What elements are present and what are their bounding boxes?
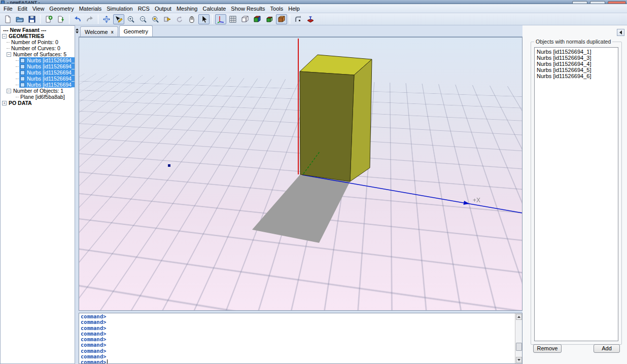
toolbar-separator bbox=[290, 15, 290, 24]
pan-tool-icon[interactable] bbox=[186, 14, 197, 24]
new-file-icon[interactable] bbox=[2, 14, 13, 24]
previous-view-icon[interactable] bbox=[162, 14, 173, 24]
title-bar: - newFASANT - bbox=[0, 0, 627, 4]
antenna-tool-icon[interactable] bbox=[305, 14, 316, 24]
import-file-icon[interactable] bbox=[43, 14, 54, 24]
console-prompt[interactable]: command> bbox=[81, 325, 514, 331]
console-prompt[interactable]: command> bbox=[81, 348, 514, 354]
tab-welcome[interactable]: Welcome x bbox=[80, 26, 118, 37]
tree-node-surfaces[interactable]: −Number of Surfaces: 5 bbox=[1, 51, 75, 57]
zoom-in-icon[interactable] bbox=[125, 14, 136, 24]
duplicated-objects-list[interactable]: Nurbs [id11526694_1] Nurbs [id11526694_3… bbox=[534, 47, 618, 341]
console-prompt[interactable]: command> bbox=[81, 337, 514, 342]
console-prompt[interactable]: command> bbox=[81, 319, 514, 325]
tree-node-geometries[interactable]: −GEOMETRIES bbox=[1, 33, 75, 39]
bend-tool-icon[interactable] bbox=[293, 14, 304, 24]
zoom-window-icon[interactable] bbox=[150, 14, 161, 24]
scroll-up-icon[interactable] bbox=[516, 314, 522, 320]
remove-button[interactable]: Remove bbox=[533, 344, 562, 353]
zoom-fit-icon[interactable] bbox=[101, 14, 112, 24]
shadow-plane[interactable] bbox=[252, 174, 350, 243]
tab-geometry-label: Geometry bbox=[124, 28, 148, 34]
tab-welcome-label: Welcome bbox=[85, 29, 108, 35]
tree-node-po-data[interactable]: +PO DATA bbox=[1, 100, 75, 106]
list-item[interactable]: Nurbs [id11526694_1] bbox=[535, 49, 618, 55]
tree-node-nurbs-3[interactable]: Nurbs [id11526694_3] bbox=[1, 63, 75, 69]
tree-root[interactable]: --- New Fasant --- bbox=[1, 27, 75, 33]
menu-output[interactable]: Output bbox=[152, 5, 174, 12]
save-icon[interactable] bbox=[26, 14, 38, 24]
menu-help[interactable]: Help bbox=[286, 5, 302, 12]
console-scrollbar[interactable] bbox=[515, 313, 522, 363]
export-file-icon[interactable] bbox=[55, 14, 66, 24]
list-item[interactable]: Nurbs [id11526694_5] bbox=[535, 67, 618, 73]
geometry-tree-panel: --- New Fasant --- −GEOMETRIES Number of… bbox=[0, 25, 75, 364]
tree-node-nurbs-5[interactable]: Nurbs [id11526694_5] bbox=[1, 76, 75, 82]
menu-meshing[interactable]: Meshing bbox=[174, 5, 200, 12]
menu-materials[interactable]: Materials bbox=[77, 5, 104, 12]
console-prompt[interactable]: command> bbox=[81, 342, 514, 348]
toolbar-separator bbox=[98, 15, 98, 24]
collapse-icon[interactable]: − bbox=[2, 34, 7, 39]
tree-node-nurbs-1[interactable]: Nurbs [id11526694_1] bbox=[1, 57, 75, 63]
rotate-view-icon[interactable] bbox=[174, 14, 185, 24]
tree-node-nurbs-6[interactable]: Nurbs [id11526694_6] bbox=[1, 82, 75, 88]
point-marker[interactable] bbox=[168, 164, 170, 167]
console-prompt[interactable]: command> bbox=[81, 354, 514, 359]
collapse-icon[interactable]: − bbox=[7, 89, 11, 93]
tree-node-nurbs-4[interactable]: Nurbs [id11526694_4] bbox=[1, 69, 75, 76]
tab-close-icon[interactable]: x bbox=[111, 29, 114, 34]
add-button[interactable]: Add bbox=[594, 344, 620, 353]
toolbar-separator bbox=[212, 15, 213, 24]
zoom-out-icon[interactable] bbox=[137, 14, 149, 24]
tree-node-curves[interactable]: Number of Curves: 0 bbox=[1, 45, 75, 51]
solid-edges-view-icon[interactable] bbox=[264, 14, 275, 24]
open-project-icon[interactable] bbox=[14, 14, 25, 24]
list-item[interactable]: Nurbs [id11526694_6] bbox=[535, 73, 618, 79]
tree-node-objects[interactable]: −Number of Objects: 1 bbox=[1, 88, 75, 94]
panel-splitter[interactable] bbox=[75, 25, 79, 364]
tree-node-plane[interactable]: Plane [id6f5ba8ab] bbox=[1, 94, 75, 100]
collapse-icon[interactable]: − bbox=[7, 52, 11, 57]
menu-calculate[interactable]: Calculate bbox=[200, 5, 228, 12]
expand-icon[interactable]: + bbox=[2, 101, 7, 105]
scroll-down-icon[interactable] bbox=[516, 357, 522, 363]
textured-view-icon[interactable] bbox=[276, 14, 287, 24]
menu-simulation[interactable]: Simulation bbox=[104, 5, 135, 12]
list-item[interactable]: Nurbs [id11526694_4] bbox=[535, 61, 618, 67]
surface-icon bbox=[20, 64, 25, 69]
menu-edit[interactable]: Edit bbox=[15, 5, 30, 12]
toolbar-separator bbox=[69, 15, 69, 24]
tree-node-points[interactable]: Number of Points: 0 bbox=[1, 39, 75, 45]
redo-icon[interactable] bbox=[84, 14, 95, 24]
menu-show-results[interactable]: Show Results bbox=[228, 5, 267, 12]
console-prompt[interactable]: command> bbox=[81, 359, 514, 364]
solid-view-icon[interactable] bbox=[252, 14, 263, 24]
x-axis-arrow bbox=[464, 201, 470, 205]
select-tool-icon[interactable] bbox=[198, 14, 210, 24]
list-item[interactable]: Nurbs [id11526694_3] bbox=[535, 55, 618, 61]
console-lines[interactable]: command> command> command> command> comm… bbox=[81, 314, 514, 363]
grid-snap-icon[interactable] bbox=[227, 14, 238, 24]
undo-icon[interactable] bbox=[72, 14, 83, 24]
menu-geometry[interactable]: Geometry bbox=[47, 5, 76, 12]
viewport-3d[interactable]: +X bbox=[79, 37, 522, 311]
axes-view-icon[interactable] bbox=[215, 14, 226, 24]
menu-rcs[interactable]: RCS bbox=[135, 5, 152, 12]
console-prompt[interactable]: command> bbox=[81, 314, 514, 319]
box-front-face[interactable] bbox=[300, 71, 354, 181]
surface-icon bbox=[20, 77, 25, 81]
draw-tool-icon[interactable] bbox=[113, 14, 124, 24]
tab-geometry[interactable]: Geometry bbox=[119, 25, 153, 37]
normals-panel: Objects with normals duplicated Nurbs [i… bbox=[522, 25, 627, 364]
toolbar-separator bbox=[40, 15, 41, 24]
panel-collapse-button[interactable] bbox=[617, 29, 624, 36]
menu-file[interactable]: File bbox=[1, 5, 15, 12]
menu-tools[interactable]: Tools bbox=[268, 5, 286, 12]
console-prompt[interactable]: command> bbox=[81, 331, 514, 337]
menu-view[interactable]: View bbox=[30, 5, 47, 12]
wireframe-view-icon[interactable] bbox=[239, 14, 251, 24]
command-console[interactable]: command> command> command> command> comm… bbox=[79, 313, 522, 364]
x-axis-label: +X bbox=[473, 197, 480, 204]
scrollbar-thumb[interactable] bbox=[516, 343, 522, 351]
